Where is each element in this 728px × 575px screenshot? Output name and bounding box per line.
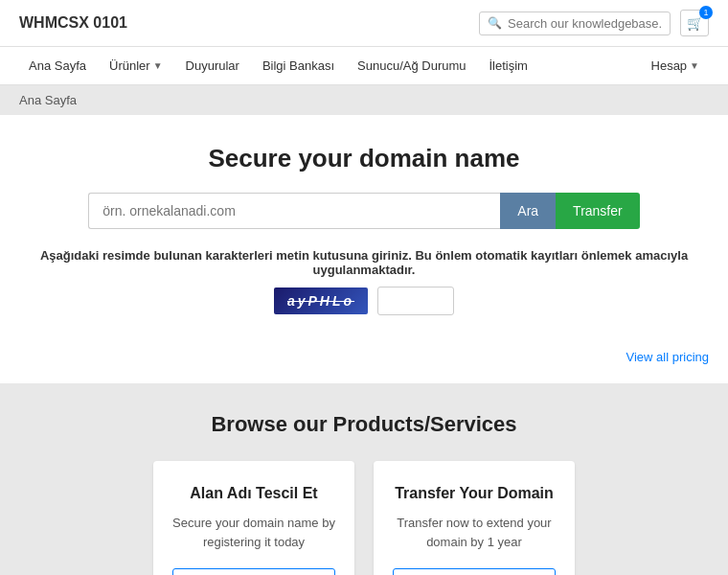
search-input[interactable] (508, 16, 662, 31)
captcha-input[interactable] (377, 287, 454, 315)
product-card-register: Alan Adı Tescil Et Secure your domain na… (153, 461, 354, 575)
cart-button[interactable]: 🛒 1 (680, 10, 709, 36)
navbar: Ana Sayfa Ürünler ▼ Duyurular Bilgi Bank… (0, 47, 728, 85)
hero-title: Secure your domain name (19, 144, 709, 173)
product-card-register-title: Alan Adı Tescil Et (172, 485, 335, 502)
captcha-section: Aşağıdaki resimde bulunan karakterleri m… (19, 248, 709, 315)
hero-section: Secure your domain name Ara Transfer Aşa… (0, 115, 728, 349)
captcha-image: ayPHLo (274, 288, 368, 314)
search-icon: 🔍 (488, 16, 502, 30)
ara-button[interactable]: Ara (500, 193, 556, 229)
account-label: Hesap (651, 58, 688, 73)
captcha-label: Aşağıdaki resimde bulunan karakterleri m… (19, 248, 709, 277)
product-card-transfer-desc: Transfer now to extend your domain by 1 … (393, 514, 556, 551)
products-title: Browse our Products/Services (19, 412, 709, 437)
domain-input[interactable] (88, 193, 500, 229)
product-card-register-btn[interactable]: Alan Adı Sorgula (172, 568, 335, 575)
cart-icon: 🛒 (687, 15, 703, 31)
nav-item-account[interactable]: Hesap ▼ (642, 47, 709, 84)
product-card-transfer-title: Transfer Your Domain (393, 485, 556, 502)
breadcrumb-text: Ana Sayfa (19, 93, 77, 107)
cart-badge: 1 (699, 6, 713, 19)
chevron-down-icon: ▼ (153, 60, 163, 71)
product-card-transfer: Transfer Your Domain Transfer now to ext… (374, 461, 575, 575)
account-chevron-icon: ▼ (690, 60, 699, 71)
nav-item-contact[interactable]: İletişim (480, 47, 537, 84)
nav-item-knowledgebase[interactable]: Bilgi Bankası (253, 47, 344, 84)
logo: WHMCSX 0101 (19, 14, 127, 32)
domain-search-row: Ara Transfer (19, 193, 709, 229)
header: WHMCSX 0101 🔍 🛒 1 (0, 0, 728, 47)
transfer-button[interactable]: Transfer (556, 193, 640, 229)
products-grid: Alan Adı Tescil Et Secure your domain na… (19, 461, 709, 575)
product-card-transfer-btn[interactable]: Transfer Your Domain (393, 568, 556, 575)
captcha-row: ayPHLo (19, 287, 709, 315)
view-pricing: View all pricing (0, 349, 728, 383)
search-box[interactable]: 🔍 (479, 12, 671, 35)
breadcrumb: Ana Sayfa (0, 85, 728, 115)
header-right: 🔍 🛒 1 (479, 10, 709, 36)
nav-item-home[interactable]: Ana Sayfa (19, 47, 96, 84)
products-section: Browse our Products/Services Alan Adı Te… (0, 383, 728, 575)
nav-item-products[interactable]: Ürünler ▼ (100, 47, 172, 84)
nav-item-announcements[interactable]: Duyurular (176, 47, 249, 84)
nav-item-server-status[interactable]: Sunucu/Ağ Durumu (348, 47, 475, 84)
nav-left: Ana Sayfa Ürünler ▼ Duyurular Bilgi Bank… (19, 47, 537, 84)
product-card-register-desc: Secure your domain name by registering i… (172, 514, 335, 551)
view-pricing-link[interactable]: View all pricing (626, 350, 709, 364)
